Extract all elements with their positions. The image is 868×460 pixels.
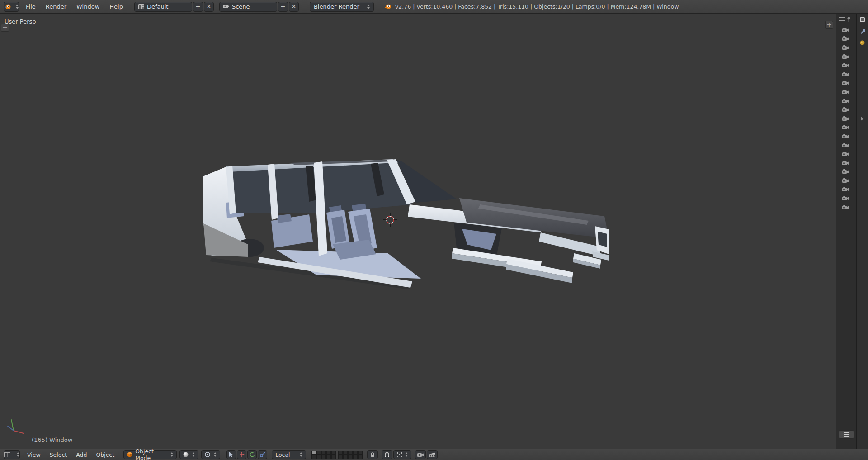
- camera-restrict-icon[interactable]: [842, 195, 849, 201]
- camera-restrict-icon[interactable]: [842, 142, 849, 148]
- layer-toggle[interactable]: [348, 455, 353, 459]
- menu-window[interactable]: Window: [71, 0, 104, 14]
- toolshelf-expand-icon[interactable]: +: [1, 24, 9, 32]
- outliner-row[interactable]: [836, 25, 856, 34]
- outliner-row[interactable]: [836, 132, 856, 141]
- layer-toggle[interactable]: [321, 451, 326, 455]
- menu-select[interactable]: Select: [45, 449, 72, 460]
- outliner-row[interactable]: [836, 87, 856, 96]
- camera-restrict-icon[interactable]: [842, 124, 849, 130]
- car-model[interactable]: [203, 159, 609, 289]
- outliner-row[interactable]: [836, 149, 856, 158]
- material-icon[interactable]: [860, 40, 865, 45]
- layer-toggle[interactable]: [353, 451, 358, 455]
- layer-toggle[interactable]: [358, 455, 363, 459]
- outliner-row[interactable]: [836, 79, 856, 88]
- pin-icon[interactable]: [847, 17, 851, 22]
- manipulator-scale-button[interactable]: [258, 450, 267, 459]
- outliner-row[interactable]: [836, 70, 856, 79]
- layer-toggle[interactable]: [353, 455, 358, 459]
- camera-restrict-icon[interactable]: [842, 186, 849, 192]
- mode-dropdown[interactable]: Object Mode: [123, 450, 177, 459]
- manipulator-rotate-button[interactable]: [247, 450, 257, 459]
- outliner-row[interactable]: [836, 96, 856, 105]
- layer-toggle[interactable]: [343, 451, 348, 455]
- layer-toggle[interactable]: [311, 455, 316, 459]
- camera-restrict-icon[interactable]: [842, 204, 849, 210]
- screen-layout-selector[interactable]: Default: [134, 2, 192, 12]
- camera-restrict-icon[interactable]: [842, 116, 849, 121]
- layer-toggle[interactable]: [316, 455, 321, 459]
- layer-toggle[interactable]: [316, 451, 321, 455]
- camera-restrict-icon[interactable]: [842, 151, 849, 156]
- menu-view[interactable]: View: [23, 449, 45, 460]
- scene-selector[interactable]: Scene: [219, 2, 277, 12]
- outliner-header-button[interactable]: [839, 430, 854, 439]
- viewport-3d[interactable]: User Persp + + (165) Window: [0, 14, 836, 449]
- camera-restrict-icon[interactable]: [842, 62, 849, 68]
- menu-add[interactable]: Add: [71, 449, 91, 460]
- outliner-row[interactable]: [836, 141, 856, 150]
- outliner-row[interactable]: [836, 114, 856, 123]
- editor-type-button[interactable]: [4, 450, 20, 459]
- camera-restrict-icon[interactable]: [842, 89, 849, 95]
- outliner-row[interactable]: [836, 34, 856, 43]
- camera-restrict-icon[interactable]: [842, 27, 849, 33]
- manipulator-translate-button[interactable]: [237, 450, 246, 459]
- screen-add-button[interactable]: +: [193, 2, 203, 12]
- manipulator-pointer-button[interactable]: [226, 450, 236, 459]
- 3d-cursor[interactable]: [383, 213, 397, 227]
- opengl-render-anim-button[interactable]: [427, 450, 438, 459]
- layer-toggle[interactable]: [326, 451, 331, 455]
- scene-unlink-button[interactable]: ✕: [289, 2, 299, 12]
- menu-render[interactable]: Render: [41, 0, 71, 14]
- camera-restrict-icon[interactable]: [842, 45, 849, 50]
- camera-restrict-icon[interactable]: [842, 98, 849, 104]
- viewport-shading-dropdown[interactable]: [179, 450, 198, 459]
- outliner-editor-icon[interactable]: [839, 17, 845, 22]
- camera-restrict-icon[interactable]: [842, 107, 849, 112]
- properties-editor-icon[interactable]: [860, 17, 865, 22]
- layer-toggle[interactable]: [343, 455, 348, 459]
- camera-restrict-icon[interactable]: [842, 133, 849, 139]
- snap-magnet-button[interactable]: [382, 450, 392, 459]
- tools-icon[interactable]: [860, 28, 865, 34]
- layer-toggle[interactable]: [358, 451, 363, 455]
- outliner-row[interactable]: [836, 61, 856, 70]
- layer-toggle[interactable]: [338, 455, 343, 459]
- layer-toggle[interactable]: [311, 451, 316, 455]
- camera-restrict-icon[interactable]: [842, 169, 849, 174]
- layer-toggle[interactable]: [331, 455, 336, 459]
- menu-object[interactable]: Object: [91, 449, 119, 460]
- outliner-row[interactable]: [836, 52, 856, 61]
- outliner-row[interactable]: [836, 194, 856, 203]
- outliner-row[interactable]: [836, 203, 856, 212]
- layer-toggle[interactable]: [321, 455, 326, 459]
- chevron-right-icon[interactable]: [861, 117, 864, 121]
- layer-toggle[interactable]: [348, 451, 353, 455]
- camera-restrict-icon[interactable]: [842, 160, 849, 166]
- scene-add-button[interactable]: +: [278, 2, 288, 12]
- menu-help[interactable]: Help: [104, 0, 128, 14]
- outliner-row[interactable]: [836, 185, 856, 194]
- camera-restrict-icon[interactable]: [842, 54, 849, 59]
- orientation-dropdown[interactable]: Local: [272, 450, 306, 459]
- layer-toggle[interactable]: [331, 451, 336, 455]
- menu-file[interactable]: File: [21, 0, 41, 14]
- outliner-row[interactable]: [836, 158, 856, 167]
- outliner-row[interactable]: [836, 123, 856, 132]
- opengl-render-still-button[interactable]: [415, 450, 426, 459]
- app-menu-button[interactable]: [4, 2, 19, 12]
- render-engine-selector[interactable]: Blender Render: [310, 2, 374, 12]
- outliner-row[interactable]: [836, 43, 856, 52]
- snap-element-dropdown[interactable]: [393, 450, 411, 459]
- outliner-row[interactable]: [836, 105, 856, 114]
- layer-toggle[interactable]: [326, 455, 331, 459]
- outliner-row[interactable]: [836, 167, 856, 176]
- sidebar-expand-icon[interactable]: +: [825, 21, 833, 29]
- layer-toggle[interactable]: [338, 451, 343, 455]
- camera-restrict-icon[interactable]: [842, 80, 849, 85]
- camera-restrict-icon[interactable]: [842, 36, 849, 41]
- outliner-row[interactable]: [836, 176, 856, 185]
- camera-restrict-icon[interactable]: [842, 71, 849, 77]
